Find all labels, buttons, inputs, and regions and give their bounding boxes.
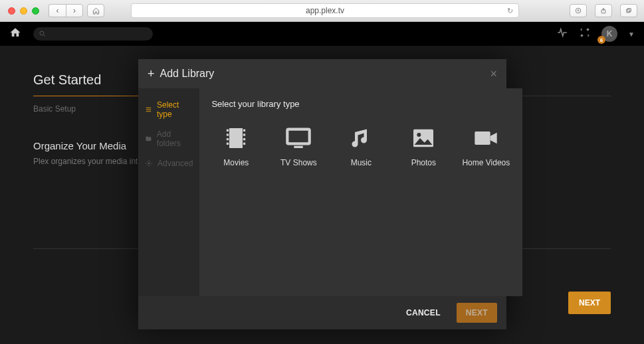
step-select-type[interactable]: Select type [138, 95, 199, 124]
svg-rect-3 [627, 9, 631, 12]
svg-rect-12 [227, 143, 229, 145]
step-label: Add folders [157, 129, 193, 148]
type-music[interactable]: Music [336, 125, 385, 167]
prompt-text: Select your library type [211, 99, 510, 109]
type-label: Movies [223, 158, 249, 167]
forward-button[interactable]: › [66, 4, 83, 17]
home-button-browser[interactable] [87, 4, 104, 17]
type-label: Home Videos [462, 158, 510, 167]
library-types: Movies TV Shows Music [211, 125, 510, 167]
close-window-icon[interactable] [8, 7, 15, 15]
step-label: Select type [157, 100, 193, 119]
svg-point-4 [40, 31, 44, 35]
type-tv-shows[interactable]: TV Shows [274, 125, 323, 167]
avatar-letter: K [607, 29, 613, 39]
tabs-button[interactable] [620, 4, 637, 17]
search-icon [39, 30, 47, 38]
modal-header: + Add Library × [138, 59, 506, 88]
download-button[interactable] [570, 4, 587, 17]
type-movies[interactable]: Movies [211, 125, 261, 167]
type-label: Music [351, 158, 372, 167]
movies-icon [221, 125, 251, 151]
reload-icon[interactable]: ↻ [507, 7, 513, 15]
svg-rect-10 [227, 133, 229, 135]
share-button[interactable] [595, 4, 612, 17]
home-videos-icon [471, 125, 501, 151]
svg-point-5 [148, 163, 150, 165]
notification-badge: 6 [597, 36, 605, 44]
type-label: Photos [411, 158, 436, 167]
window-controls [8, 7, 39, 15]
svg-rect-17 [288, 129, 310, 144]
svg-rect-21 [475, 131, 490, 145]
home-icon[interactable] [9, 27, 21, 41]
toolbar-right [566, 4, 637, 17]
modal-content: Select your library type Movies TV Shows [199, 88, 522, 296]
minimize-window-icon[interactable] [20, 7, 27, 15]
folder-icon [145, 135, 152, 143]
type-photos[interactable]: Photos [399, 125, 448, 167]
url-text: app.plex.tv [306, 6, 344, 15]
list-icon [145, 106, 152, 114]
step-list: Select type Add folders Advanced [138, 88, 199, 296]
type-home-videos[interactable]: Home Videos [461, 125, 510, 167]
gear-icon [145, 159, 153, 167]
activity-icon[interactable] [556, 27, 568, 41]
step-advanced[interactable]: Advanced [138, 153, 199, 173]
modal-title: Add Library [160, 68, 215, 80]
browser-chrome: ‹ › app.plex.tv ↻ [0, 0, 644, 22]
music-icon [346, 125, 376, 151]
back-button[interactable]: ‹ [49, 4, 66, 17]
settings-icon[interactable] [579, 27, 591, 41]
svg-rect-13 [243, 129, 245, 131]
step-label: Advanced [158, 159, 193, 168]
main-area: Get Started Basic Setup Organize Your Me… [0, 46, 644, 344]
step-add-folders[interactable]: Add folders [138, 124, 199, 153]
svg-rect-9 [227, 129, 229, 131]
photos-icon [408, 125, 439, 151]
type-label: TV Shows [280, 158, 317, 167]
svg-rect-16 [243, 143, 245, 145]
nav-buttons: ‹ › [49, 4, 83, 17]
search-input[interactable] [33, 27, 153, 41]
modal-body: Select type Add folders Advanced Select … [138, 88, 506, 296]
add-library-modal: + Add Library × Select type Add folders … [138, 59, 506, 329]
page-next-button[interactable]: NEXT [568, 292, 611, 314]
close-icon[interactable]: × [490, 67, 497, 81]
svg-rect-14 [243, 133, 245, 135]
cancel-button[interactable]: CANCEL [397, 303, 450, 323]
svg-rect-18 [294, 146, 303, 148]
plus-icon: + [148, 67, 155, 81]
app-top-bar: K 6 ▼ [0, 22, 644, 46]
svg-rect-11 [227, 138, 229, 140]
modal-footer: CANCEL NEXT [138, 296, 506, 329]
modal-next-button[interactable]: NEXT [457, 303, 497, 323]
svg-rect-2 [627, 9, 630, 13]
svg-rect-15 [243, 138, 245, 140]
chevron-down-icon[interactable]: ▼ [628, 31, 635, 38]
user-avatar[interactable]: K 6 [601, 26, 617, 42]
maximize-window-icon[interactable] [32, 7, 39, 15]
address-bar[interactable]: app.plex.tv ↻ [131, 3, 519, 18]
svg-point-20 [417, 133, 421, 137]
tv-icon [283, 125, 314, 151]
